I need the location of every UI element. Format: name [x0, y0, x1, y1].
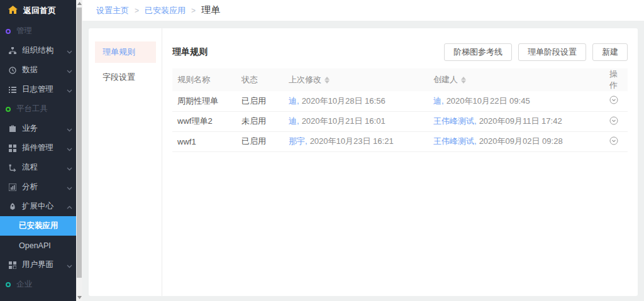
column-header-status: 状态 — [236, 68, 284, 91]
creator-link[interactable]: 王伟峰测试, — [433, 136, 477, 146]
breadcrumb-separator-icon: > — [191, 6, 196, 15]
grid-icon — [8, 261, 17, 270]
list-icon — [8, 85, 17, 94]
column-header-creator[interactable]: 创建人 — [428, 68, 604, 91]
settings-tabs-panel: 理单规则 字段设置 — [89, 28, 162, 296]
modifier-link[interactable]: 迪, — [289, 96, 299, 106]
sort-icon[interactable] — [461, 77, 466, 84]
actions-cell — [604, 111, 628, 131]
breadcrumb-separator-icon: > — [135, 6, 139, 15]
sidebar-item-business[interactable]: 业务 — [0, 119, 76, 138]
actions-cell — [604, 91, 628, 111]
sidebar-item-organization[interactable]: 组织结构 — [0, 41, 76, 60]
sidebar-item-label: 插件管理 — [22, 143, 53, 153]
sidebar-item-installed-apps[interactable]: 已安装应用 — [0, 216, 76, 236]
section-title: 理单规则 — [172, 47, 208, 58]
enterprise-dot-icon — [6, 282, 11, 287]
column-header-label: 创建人 — [433, 75, 458, 84]
step-chart-reference-line-button[interactable]: 阶梯图参考线 — [444, 43, 512, 61]
sidebar-item-extension-center[interactable]: 扩展中心 — [0, 197, 76, 216]
sidebar-section-label: 平台工具 — [16, 104, 48, 114]
sidebar-section-management: 管理 — [0, 21, 76, 41]
briefcase-icon — [8, 124, 17, 133]
modifier-link[interactable]: 迪, — [289, 116, 299, 126]
row-actions-button[interactable] — [609, 116, 618, 125]
chevron-down-icon — [67, 48, 73, 54]
rule-name-cell: wwf理单2 — [172, 111, 236, 131]
created-date: 2020年09月02日 09:28 — [479, 136, 563, 146]
sidebar-scrollbar[interactable] — [76, 0, 82, 301]
sidebar-item-label: 数据 — [22, 65, 38, 75]
rule-name-cell: wwf1 — [172, 131, 236, 151]
actions-cell — [604, 131, 628, 151]
column-header-actions: 操作 — [604, 68, 628, 91]
platform-tools-dot-icon — [6, 107, 11, 112]
breadcrumb-settings-home[interactable]: 设置主页 — [96, 5, 129, 16]
sidebar-item-label: 组织结构 — [22, 45, 53, 56]
create-new-button[interactable]: 新建 — [592, 43, 628, 61]
page-title: 理单 — [201, 4, 220, 16]
table-row: wwf理单2 未启用 迪,2020年10月21日 16:01 王伟峰测试,202… — [172, 111, 628, 131]
sidebar-section-enterprise: 企业 — [0, 275, 76, 294]
tab-label: 字段设置 — [103, 72, 135, 83]
plugin-icon — [8, 144, 17, 153]
status-cell: 已启用 — [236, 131, 284, 151]
management-dot-icon — [6, 29, 11, 34]
modified-date: 2020年10月21日 16:01 — [302, 116, 386, 126]
sidebar-item-label: 日志管理 — [22, 84, 53, 95]
column-header-label: 上次修改 — [289, 75, 321, 84]
rules-table: 规则名称 状态 上次修改 创建人 操作 周期性理单 已启用 — [172, 68, 628, 152]
row-actions-button[interactable] — [609, 96, 618, 104]
tab-field-settings[interactable]: 字段设置 — [95, 67, 156, 88]
chevron-down-icon — [67, 67, 73, 74]
sidebar-item-openapi[interactable]: OpenAPI — [0, 236, 76, 255]
content-card: 理单规则 字段设置 理单规则 阶梯图参考线 理单阶段设置 新建 — [89, 28, 638, 296]
toolbar: 阶梯图参考线 理单阶段设置 新建 — [438, 43, 628, 61]
scrollbar-thumb[interactable] — [77, 8, 82, 278]
clock-icon — [8, 66, 17, 75]
sidebar-item-user-interface[interactable]: 用户界面 — [0, 255, 76, 275]
table-row: 周期性理单 已启用 迪,2020年10月28日 16:56 迪,2020年10月… — [172, 91, 628, 111]
creator-link[interactable]: 王伟峰测试, — [433, 116, 477, 126]
creator-link[interactable]: 迪, — [433, 96, 444, 106]
flow-icon — [8, 163, 17, 172]
tab-order-rules[interactable]: 理单规则 — [95, 41, 156, 63]
sidebar: 返回首页 管理 组织结构 数据 日志管理 平台工具 业务 — [0, 0, 76, 301]
last-modified-cell: 迪,2020年10月28日 16:56 — [284, 91, 428, 111]
sidebar-item-plugin-management[interactable]: 插件管理 — [0, 138, 76, 158]
chevron-down-icon — [67, 165, 73, 171]
chevron-down-icon — [67, 126, 73, 132]
sidebar-item-label: OpenAPI — [19, 241, 51, 250]
back-to-home[interactable]: 返回首页 — [0, 0, 76, 21]
creator-cell: 王伟峰测试,2020年09月02日 09:28 — [428, 131, 604, 151]
column-header-last-modified[interactable]: 上次修改 — [284, 68, 428, 91]
sidebar-item-label: 流程 — [22, 162, 38, 173]
row-actions-button[interactable] — [609, 136, 618, 145]
tab-label: 理单规则 — [103, 47, 135, 58]
chevron-down-icon — [67, 184, 73, 190]
last-modified-cell: 迪,2020年10月21日 16:01 — [284, 111, 428, 131]
sidebar-section-platform-tools: 平台工具 — [0, 99, 76, 119]
breadcrumb-installed-apps[interactable]: 已安装应用 — [145, 5, 186, 16]
back-to-home-label: 返回首页 — [23, 5, 56, 16]
creator-cell: 迪,2020年10月22日 09:45 — [428, 91, 604, 111]
breadcrumb: 设置主页 > 已安装应用 > 理单 — [82, 0, 644, 21]
column-header-rule-name: 规则名称 — [172, 68, 236, 91]
sidebar-item-log-management[interactable]: 日志管理 — [0, 80, 76, 99]
chevron-down-icon — [67, 145, 73, 151]
status-cell: 未启用 — [236, 111, 284, 131]
chevron-down-icon — [67, 262, 73, 268]
modified-date: 2020年10月28日 16:56 — [302, 96, 386, 106]
main-area: 设置主页 > 已安装应用 > 理单 理单规则 字段设置 理单规则 阶梯图参考线 … — [82, 0, 644, 301]
status-cell: 已启用 — [236, 91, 284, 111]
scroll-down-icon[interactable] — [76, 294, 82, 301]
order-stage-settings-button[interactable]: 理单阶段设置 — [518, 43, 586, 61]
sidebar-item-data[interactable]: 数据 — [0, 60, 76, 80]
modifier-link[interactable]: 那宇, — [289, 136, 308, 146]
scroll-up-icon[interactable] — [76, 0, 82, 7]
chevron-down-icon — [67, 87, 73, 93]
sidebar-item-label: 已安装应用 — [19, 221, 58, 231]
sidebar-item-workflow[interactable]: 流程 — [0, 158, 76, 177]
sort-icon[interactable] — [325, 77, 330, 84]
sidebar-item-analysis[interactable]: 分析 — [0, 177, 76, 197]
